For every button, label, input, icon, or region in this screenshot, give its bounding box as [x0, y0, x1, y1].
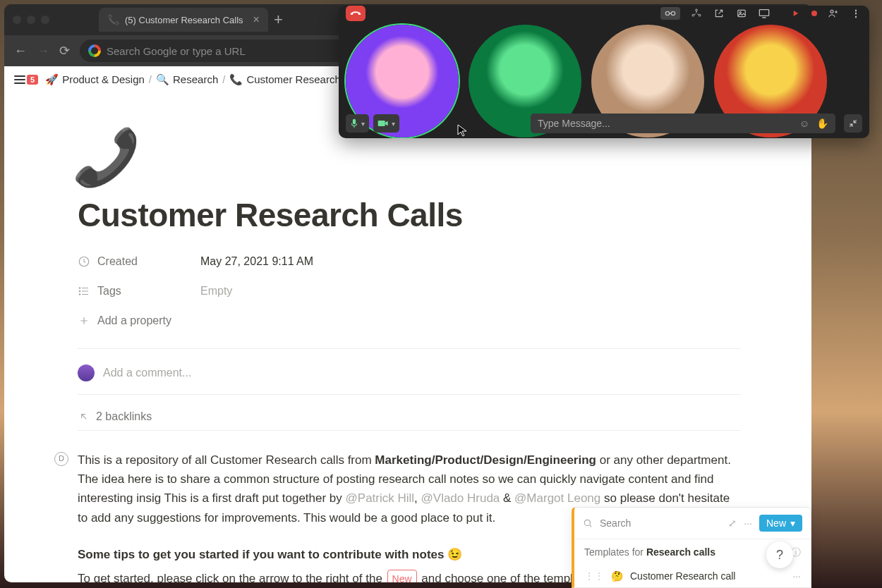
svg-point-4: [584, 520, 590, 525]
link-icon[interactable]: [660, 7, 680, 20]
crumb-product-design[interactable]: 🚀 Product & Design: [45, 73, 145, 86]
template-item-more-icon[interactable]: ···: [792, 570, 801, 582]
svg-point-2: [79, 290, 80, 292]
comment-row[interactable]: Add a comment...: [78, 365, 741, 381]
template-item[interactable]: ⋮⋮ 🤔 Customer Research call ···: [574, 565, 811, 587]
divider: [78, 348, 741, 349]
templates-header: Search ⤢ ··· New ▾: [574, 508, 811, 539]
breadcrumb: 🚀 Product & Design / 🔍 Research / 📞 Cust…: [45, 73, 367, 86]
tab-favicon: 📞: [107, 14, 119, 25]
help-button[interactable]: ?: [766, 541, 793, 568]
list-icon: [78, 285, 90, 298]
back-button[interactable]: ←: [14, 44, 27, 59]
kebab-icon[interactable]: ⋮: [850, 7, 862, 20]
window-controls[interactable]: [13, 16, 49, 24]
mention-margot[interactable]: @Margot Leong: [514, 491, 600, 505]
avatar: [78, 365, 95, 381]
record-dot-icon: [811, 11, 817, 16]
svg-rect-15: [378, 121, 385, 126]
new-badge: New: [387, 570, 417, 582]
svg-point-8: [692, 14, 694, 16]
raise-hand-icon[interactable]: ✋: [816, 118, 828, 129]
mention-vlado[interactable]: @Vlado Hruda: [421, 491, 500, 505]
forward-button[interactable]: →: [37, 44, 49, 59]
omnibox[interactable]: Search Google or type a URL: [80, 39, 376, 62]
hangup-button[interactable]: [346, 6, 366, 21]
add-people-icon[interactable]: [827, 7, 840, 20]
comment-placeholder[interactable]: Add a comment...: [103, 367, 191, 379]
expand-icon[interactable]: ⤢: [728, 517, 737, 529]
minimize-window[interactable]: [27, 16, 35, 24]
search-icon: [583, 518, 593, 528]
svg-point-11: [739, 12, 741, 13]
backlinks[interactable]: 2 backlinks: [78, 410, 741, 423]
record-icon[interactable]: [789, 7, 802, 20]
mention-patrick[interactable]: @Patrick Hill: [346, 491, 415, 505]
message-input[interactable]: Type Message... ☺ ✋: [531, 114, 835, 133]
prop-tags[interactable]: Tags Empty: [78, 276, 741, 306]
emoji-icon[interactable]: ☺: [799, 118, 809, 129]
chevron-down-icon[interactable]: ▾: [392, 120, 395, 128]
page-title[interactable]: Customer Research Calls: [78, 196, 741, 234]
prop-created[interactable]: Created May 27, 2021 9:11 AM: [78, 247, 741, 276]
phone-icon: 📞: [229, 73, 243, 86]
video-tools: ⋮: [660, 7, 862, 20]
author-badge: D: [54, 452, 68, 466]
svg-point-5: [665, 11, 669, 15]
minimize-call-icon[interactable]: [844, 114, 862, 133]
apps-icon[interactable]: [690, 7, 703, 20]
divider: [78, 394, 741, 395]
video-call-window: ⋮ ▾ ▾ Type Message... ☺ ✋: [339, 6, 869, 138]
drag-handle-icon[interactable]: ⋮⋮: [584, 570, 604, 582]
zoom-window[interactable]: [41, 16, 49, 24]
new-template-button[interactable]: New ▾: [759, 515, 802, 532]
divider: [78, 430, 741, 431]
more-icon[interactable]: ···: [744, 517, 752, 529]
close-window[interactable]: [13, 16, 21, 24]
svg-rect-14: [353, 119, 356, 125]
created-value: May 27, 2021 9:11 AM: [200, 255, 313, 268]
screen-share-icon[interactable]: [758, 7, 771, 20]
svg-point-6: [671, 11, 675, 15]
video-call-toolbar: ⋮: [339, 6, 869, 21]
video-call-bottom: ▾ ▾ Type Message... ☺ ✋: [346, 113, 862, 134]
message-placeholder: Type Message...: [538, 118, 610, 129]
picture-icon[interactable]: [735, 7, 748, 20]
camera-button[interactable]: ▾: [373, 114, 399, 133]
tab-title: (5) Customer Research Calls: [125, 15, 243, 25]
sidebar-toggle[interactable]: 5: [14, 75, 38, 85]
template-item-icon: 🤔: [611, 570, 623, 582]
chevron-down-icon[interactable]: ▾: [361, 120, 365, 128]
template-item-label: Customer Research call: [630, 570, 735, 582]
templates-search[interactable]: Search: [600, 517, 631, 529]
notion-page: 5 🚀 Product & Design / 🔍 Research / 📞 Cu…: [4, 66, 811, 582]
browser-tab[interactable]: 📞 (5) Customer Research Calls ×: [99, 8, 268, 32]
mic-button[interactable]: ▾: [346, 114, 369, 133]
add-property[interactable]: Add a property: [78, 306, 741, 336]
new-tab-button[interactable]: +: [274, 11, 283, 29]
crumb-research[interactable]: 🔍 Research: [156, 73, 218, 86]
rocket-icon: 🚀: [45, 73, 59, 86]
chevron-down-icon: ▾: [790, 517, 795, 529]
close-tab-icon[interactable]: ×: [253, 13, 260, 26]
svg-point-9: [699, 14, 701, 16]
page-icon[interactable]: 📞: [72, 130, 140, 185]
notification-badge: 5: [27, 75, 38, 85]
backlinks-icon: [78, 410, 90, 423]
reload-button[interactable]: ⟳: [59, 43, 70, 59]
svg-point-3: [79, 294, 80, 295]
recording-indicator: [789, 7, 817, 20]
omnibox-placeholder: Search Google or type a URL: [107, 45, 246, 57]
svg-point-13: [830, 10, 833, 13]
magnifier-icon: 🔍: [156, 73, 169, 86]
hamburger-icon: [14, 79, 25, 80]
google-icon: [88, 44, 101, 57]
svg-point-1: [79, 288, 80, 289]
clock-icon: [78, 255, 90, 268]
svg-rect-12: [759, 10, 768, 16]
tags-value[interactable]: Empty: [200, 285, 232, 298]
plus-icon: [78, 314, 90, 327]
popout-icon[interactable]: [713, 7, 725, 20]
svg-point-7: [696, 9, 698, 11]
